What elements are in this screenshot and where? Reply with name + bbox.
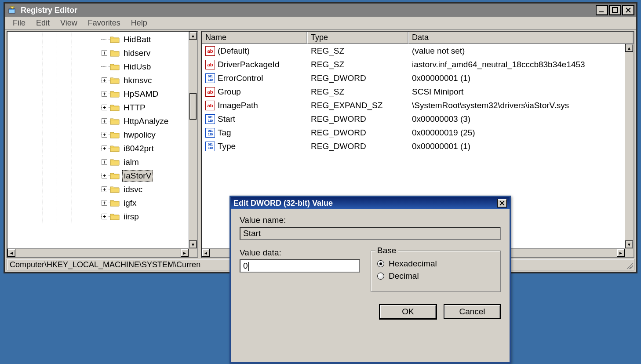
tree-vscroll-thumb[interactable] (189, 93, 197, 120)
tree-item[interactable]: +igfx (7, 196, 189, 210)
close-button[interactable] (622, 5, 634, 15)
menu-favorites[interactable]: Favorites (83, 18, 126, 29)
svg-rect-4 (612, 7, 618, 12)
expand-toggle[interactable]: + (102, 186, 107, 192)
tree-item[interactable]: +ialm (7, 155, 189, 169)
expand-toggle[interactable]: + (102, 132, 107, 138)
expand-toggle[interactable]: + (102, 105, 107, 110)
tree-item[interactable]: +hidserv (7, 46, 189, 60)
radio-hex-indicator (377, 260, 384, 267)
ok-button[interactable]: OK (379, 304, 437, 319)
scroll-left-button[interactable]: ◄ (7, 249, 15, 257)
value-name-cell: ErrorControl (218, 73, 263, 83)
dialog-close-button[interactable] (497, 199, 507, 207)
value-type-cell: REG_SZ (307, 87, 408, 97)
binary-value-icon: 011110 (205, 114, 215, 124)
scroll-left-button[interactable]: ◄ (202, 249, 210, 257)
tree-item-label: HpSAMD (122, 89, 160, 99)
expand-toggle[interactable]: + (102, 118, 107, 124)
tree-item[interactable]: +hkmsvc (7, 73, 189, 87)
tree-item[interactable]: +HpSAMD (7, 87, 189, 101)
column-name[interactable]: Name (202, 32, 307, 44)
value-type-cell: REG_DWORD (307, 114, 408, 124)
expand-toggle[interactable]: + (102, 77, 107, 83)
list-row[interactable]: 011110StartREG_DWORD0x00000003 (3) (202, 112, 625, 126)
dialog-title-bar[interactable]: Edit DWORD (32-bit) Value (231, 197, 510, 209)
menu-bar: File Edit View Favorites Help (5, 17, 636, 30)
resize-grip[interactable] (625, 261, 633, 269)
expand-toggle[interactable]: + (102, 146, 107, 151)
value-name-field: Start (240, 227, 501, 240)
menu-edit[interactable]: Edit (31, 18, 55, 29)
list-row[interactable]: 011110TypeREG_DWORD0x00000001 (1) (202, 139, 625, 153)
radio-hex-label: Hexadecimal (389, 259, 437, 269)
list-vscrollbar[interactable]: ▲ ▼ (625, 44, 634, 248)
radio-hexadecimal[interactable]: Hexadecimal (377, 259, 494, 269)
title-bar[interactable]: Registry Editor (5, 4, 636, 17)
menu-help[interactable]: Help (126, 18, 153, 29)
expand-toggle[interactable]: + (102, 200, 107, 206)
tree-item[interactable]: +iaStorV (7, 169, 189, 182)
radio-dec-label: Decimal (389, 271, 419, 281)
string-value-icon: ab (205, 60, 215, 69)
expand-toggle[interactable]: + (102, 91, 107, 97)
tree-vscrollbar[interactable]: ▲ ▼ (189, 32, 197, 248)
ok-button-label: OK (402, 307, 414, 317)
list-row[interactable]: abGroupREG_SZSCSI Miniport (202, 85, 625, 98)
tree-item-label: iaStorV (122, 170, 153, 182)
scroll-up-button[interactable]: ▲ (625, 44, 633, 52)
value-name-cell: DriverPackageId (218, 60, 279, 69)
tree-item-label: hwpolicy (122, 130, 157, 140)
menu-file[interactable]: File (7, 18, 31, 29)
cancel-button-label: Cancel (459, 307, 485, 317)
list-row[interactable]: abImagePathREG_EXPAND_SZ\SystemRoot\syst… (202, 98, 625, 112)
value-type-cell: REG_SZ (307, 46, 408, 56)
column-type[interactable]: Type (307, 32, 408, 44)
scroll-right-button[interactable]: ► (617, 249, 625, 257)
key-tree[interactable]: HidBatt+hidservHidUsb+hkmsvc+HpSAMD+HTTP… (7, 32, 189, 248)
minimize-button[interactable] (596, 5, 608, 15)
scroll-right-button[interactable]: ► (181, 249, 189, 257)
tree-item[interactable]: HidBatt (7, 33, 189, 46)
expand-toggle[interactable]: + (102, 159, 107, 165)
value-data-cell: \SystemRoot\system32\drivers\iaStorV.sys (408, 101, 625, 110)
scroll-down-button[interactable]: ▼ (625, 240, 633, 248)
tree-item[interactable]: +i8042prt (7, 142, 189, 155)
folder-icon (110, 186, 120, 193)
folder-icon (110, 131, 120, 139)
scroll-up-button[interactable]: ▲ (189, 32, 197, 40)
tree-item-label: iirsp (122, 211, 140, 222)
value-data-input[interactable]: 0 (240, 259, 360, 273)
status-path: Computer\HKEY_LOCAL_MACHINE\SYSTEM\Curre… (10, 260, 200, 269)
tree-item[interactable]: +iirsp (7, 210, 189, 223)
tree-item[interactable]: +HTTP (7, 101, 189, 114)
column-data[interactable]: Data (408, 32, 634, 44)
value-type-cell: REG_DWORD (307, 142, 408, 151)
value-data-cell: (value not set) (408, 46, 625, 56)
tree-hscrollbar[interactable]: ◄ ► (7, 248, 189, 257)
list-scroll-corner (625, 248, 634, 257)
value-name-label: Value name: (240, 215, 501, 225)
menu-view[interactable]: View (55, 18, 83, 29)
regedit-icon (7, 5, 17, 15)
expand-toggle[interactable]: + (102, 214, 107, 219)
list-row[interactable]: abDriverPackageIdREG_SZiastorv.inf_amd64… (202, 58, 625, 71)
value-name-text: Start (243, 229, 261, 238)
tree-item[interactable]: +idsvc (7, 182, 189, 196)
tree-item[interactable]: +hwpolicy (7, 128, 189, 142)
expand-toggle[interactable]: + (102, 173, 107, 178)
cancel-button[interactable]: Cancel (444, 304, 501, 319)
edit-dword-dialog: Edit DWORD (32-bit) Value Value name: St… (229, 196, 511, 364)
list-row[interactable]: ab(Default)REG_SZ(value not set) (202, 44, 625, 58)
list-row[interactable]: 011110TagREG_DWORD0x00000019 (25) (202, 126, 625, 139)
folder-icon (110, 199, 120, 207)
tree-item[interactable]: +HttpAnalyze (7, 114, 189, 128)
expand-toggle[interactable]: + (102, 50, 107, 56)
list-row[interactable]: 011110ErrorControlREG_DWORD0x00000001 (1… (202, 71, 625, 85)
folder-icon (110, 76, 120, 84)
binary-value-icon: 011110 (205, 142, 215, 151)
tree-item[interactable]: HidUsb (7, 60, 189, 73)
scroll-down-button[interactable]: ▼ (189, 240, 197, 248)
maximize-button[interactable] (609, 5, 621, 15)
radio-decimal[interactable]: Decimal (377, 271, 494, 281)
